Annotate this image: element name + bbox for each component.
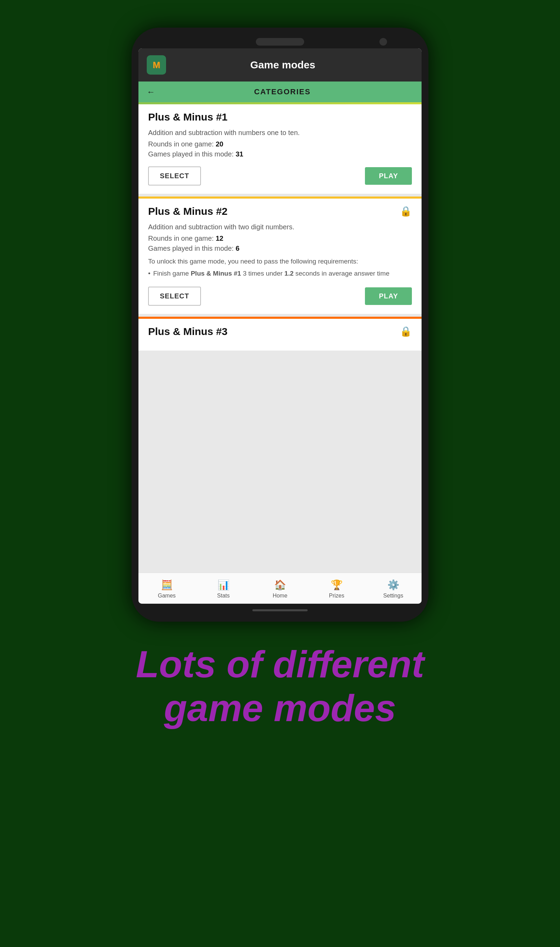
card-header-1: Plus & Minus #1 bbox=[148, 111, 412, 123]
card-actions-2: SELECT PLAY bbox=[148, 286, 412, 306]
app-header: M Game modes bbox=[138, 48, 422, 82]
card-games-2: Games played in this mode: 6 bbox=[148, 245, 412, 253]
requirement-text-2: Finish game Plus & Minus #1 3 times unde… bbox=[153, 269, 389, 279]
categories-bar[interactable]: ← CATEGORIES bbox=[138, 82, 422, 102]
phone-speaker bbox=[256, 38, 304, 46]
card-content-3: Plus & Minus #3 🔒 bbox=[138, 319, 422, 351]
app-logo: M bbox=[147, 55, 166, 75]
tagline-line2: game modes bbox=[164, 687, 396, 729]
card-rounds-1: Rounds in one game: 20 bbox=[148, 140, 412, 148]
select-button-2[interactable]: SELECT bbox=[148, 286, 201, 306]
card-content-1: Plus & Minus #1 Addition and subtraction… bbox=[138, 104, 422, 194]
card-actions-1: SELECT PLAY bbox=[148, 166, 412, 185]
nav-label-settings: Settings bbox=[383, 593, 403, 599]
nav-item-stats[interactable]: 📊 Stats bbox=[195, 579, 252, 599]
lock-icon-3: 🔒 bbox=[400, 326, 412, 337]
tagline: Lots of different game modes bbox=[108, 642, 452, 730]
card-description-2: Addition and subtraction with two digit … bbox=[148, 222, 412, 232]
nav-item-home[interactable]: 🏠 Home bbox=[252, 579, 308, 599]
play-button-1[interactable]: PLAY bbox=[365, 167, 412, 185]
prizes-icon: 🏆 bbox=[331, 579, 343, 591]
nav-item-games[interactable]: 🧮 Games bbox=[138, 579, 195, 599]
nav-label-games: Games bbox=[158, 593, 176, 599]
nav-label-home: Home bbox=[273, 593, 288, 599]
app-screen: M Game modes ← CATEGORIES Plus & Minus #… bbox=[138, 48, 422, 604]
stats-icon: 📊 bbox=[217, 579, 229, 591]
content-area: Plus & Minus #1 Addition and subtraction… bbox=[138, 102, 422, 573]
card-description-1: Addition and subtraction with numbers on… bbox=[148, 128, 412, 137]
unlock-text-2: To unlock this game mode, you need to pa… bbox=[148, 257, 412, 279]
phone-bottom-bar bbox=[252, 609, 308, 611]
phone-frame: M Game modes ← CATEGORIES Plus & Minus #… bbox=[132, 28, 428, 622]
nav-label-prizes: Prizes bbox=[329, 593, 344, 599]
card-header-2: Plus & Minus #2 🔒 bbox=[148, 205, 412, 217]
card-title-1: Plus & Minus #1 bbox=[148, 111, 228, 123]
home-icon: 🏠 bbox=[274, 579, 286, 591]
phone-top-bar bbox=[138, 38, 422, 46]
back-arrow-icon: ← bbox=[147, 87, 155, 97]
page-title: Game modes bbox=[172, 59, 394, 71]
select-button-1[interactable]: SELECT bbox=[148, 166, 201, 185]
tagline-line1: Lots of different bbox=[136, 643, 424, 685]
requirement-2: • Finish game Plus & Minus #1 3 times un… bbox=[148, 269, 412, 279]
card-title-2: Plus & Minus #2 bbox=[148, 205, 228, 217]
card-header-3: Plus & Minus #3 🔒 bbox=[148, 326, 412, 337]
card-content-2: Plus & Minus #2 🔒 Addition and subtracti… bbox=[138, 199, 422, 314]
lock-icon-2: 🔒 bbox=[400, 205, 412, 217]
play-button-2[interactable]: PLAY bbox=[365, 287, 412, 305]
game-card-3: Plus & Minus #3 🔒 bbox=[138, 317, 422, 351]
card-rounds-2: Rounds in one game: 12 bbox=[148, 234, 412, 242]
settings-icon: ⚙️ bbox=[388, 579, 400, 591]
nav-item-settings[interactable]: ⚙️ Settings bbox=[365, 579, 422, 599]
bullet-2: • bbox=[148, 269, 151, 279]
categories-label: CATEGORIES bbox=[160, 88, 405, 96]
card-title-3: Plus & Minus #3 bbox=[148, 326, 228, 337]
card-games-1: Games played in this mode: 31 bbox=[148, 150, 412, 158]
bottom-nav: 🧮 Games 📊 Stats 🏠 Home 🏆 Prizes ⚙️ Setti… bbox=[138, 573, 422, 604]
game-card-2: Plus & Minus #2 🔒 Addition and subtracti… bbox=[138, 197, 422, 314]
games-icon: 🧮 bbox=[161, 579, 173, 591]
nav-label-stats: Stats bbox=[217, 593, 229, 599]
phone-camera bbox=[379, 38, 387, 46]
nav-item-prizes[interactable]: 🏆 Prizes bbox=[308, 579, 365, 599]
game-card-1: Plus & Minus #1 Addition and subtraction… bbox=[138, 102, 422, 194]
